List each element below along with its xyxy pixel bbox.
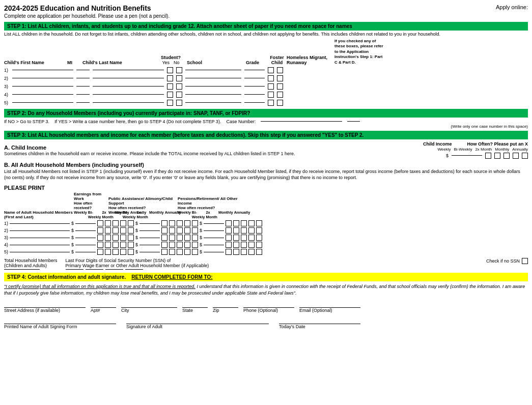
- city-field[interactable]: [121, 301, 177, 308]
- adult4-ew[interactable]: [97, 242, 103, 248]
- adult3-earn[interactable]: [75, 238, 96, 238]
- adult1-pen[interactable]: [204, 223, 224, 224]
- total-members-field[interactable]: [4, 269, 40, 270]
- child5-foster[interactable]: [268, 100, 274, 106]
- adult5-pa[interactable]: [192, 249, 198, 255]
- adult3-pw[interactable]: [161, 235, 167, 241]
- adult3-name[interactable]: [10, 238, 70, 238]
- child5-homeless[interactable]: [277, 100, 283, 106]
- child1-no[interactable]: [176, 67, 182, 73]
- adult2-e2x[interactable]: [113, 227, 119, 234]
- adult5-penw[interactable]: [226, 249, 232, 255]
- printed-name-field[interactable]: [4, 317, 116, 324]
- adult5-pen[interactable]: [204, 252, 224, 252]
- adult2-pen2x[interactable]: [241, 227, 247, 234]
- child2-yes[interactable]: [167, 75, 173, 81]
- adult3-em[interactable]: [120, 235, 126, 241]
- adult3-p2x[interactable]: [177, 235, 183, 241]
- adult1-ew[interactable]: [97, 220, 103, 226]
- date-field[interactable]: [279, 317, 360, 324]
- ssn-field4[interactable]: [125, 269, 143, 270]
- adult2-penw[interactable]: [226, 227, 232, 234]
- adult5-e2x[interactable]: [113, 249, 119, 255]
- adult2-pen[interactable]: [204, 230, 224, 231]
- adult4-pm[interactable]: [184, 242, 190, 248]
- adult2-pm[interactable]: [184, 227, 190, 234]
- adult2-em[interactable]: [120, 227, 126, 234]
- child-freq-biweekly[interactable]: [494, 153, 500, 159]
- adult5-pw[interactable]: [161, 249, 167, 255]
- adult2-p2x[interactable]: [177, 227, 183, 234]
- adult3-ea[interactable]: [128, 235, 134, 241]
- adult5-ebw[interactable]: [105, 249, 111, 255]
- child3-foster[interactable]: [268, 83, 274, 90]
- adult5-pen2x[interactable]: [241, 249, 247, 255]
- adult3-pbw[interactable]: [169, 235, 175, 241]
- adult5-ew[interactable]: [97, 249, 103, 255]
- adult4-earn[interactable]: [75, 245, 96, 245]
- child2-no[interactable]: [176, 75, 182, 81]
- adult4-penbw[interactable]: [233, 242, 239, 248]
- adult1-pena[interactable]: [256, 220, 262, 226]
- adult1-pbw[interactable]: [169, 220, 175, 226]
- adult4-pa[interactable]: [192, 242, 198, 248]
- adult3-pena[interactable]: [256, 235, 262, 241]
- adult3-ebw[interactable]: [105, 235, 111, 241]
- child1-homeless[interactable]: [277, 67, 283, 73]
- adult5-pub[interactable]: [139, 252, 160, 252]
- adult5-pm[interactable]: [184, 249, 190, 255]
- adult2-penm[interactable]: [248, 227, 255, 234]
- child-freq-annually[interactable]: [522, 153, 528, 159]
- adult2-name[interactable]: [10, 230, 70, 231]
- child-freq-2xmonth[interactable]: [503, 153, 510, 159]
- adult2-pa[interactable]: [192, 227, 198, 234]
- case-number-field[interactable]: [261, 121, 342, 122]
- adult4-pen2x[interactable]: [241, 242, 247, 248]
- ssn-field2[interactable]: [86, 269, 103, 270]
- child4-homeless[interactable]: [277, 92, 283, 98]
- adult1-penbw[interactable]: [233, 220, 239, 226]
- child5-no[interactable]: [176, 100, 182, 106]
- adult5-penbw[interactable]: [233, 249, 239, 255]
- adult1-pm[interactable]: [184, 220, 190, 226]
- adult4-penw[interactable]: [226, 242, 232, 248]
- adult4-pw[interactable]: [161, 242, 167, 248]
- adult4-ebw[interactable]: [105, 242, 111, 248]
- adult5-pbw[interactable]: [169, 249, 175, 255]
- adult4-p2x[interactable]: [177, 242, 183, 248]
- ssn-field1[interactable]: [66, 269, 83, 270]
- child1-foster[interactable]: [268, 67, 274, 73]
- adult1-pw[interactable]: [161, 220, 167, 226]
- adult4-pen[interactable]: [204, 245, 224, 245]
- street-field[interactable]: [4, 301, 86, 308]
- adult3-pm[interactable]: [184, 235, 190, 241]
- child4-no[interactable]: [176, 92, 182, 98]
- email-field[interactable]: [299, 301, 360, 308]
- case-number-field2[interactable]: [347, 121, 360, 122]
- child5-yes[interactable]: [167, 100, 173, 106]
- adult3-penbw[interactable]: [233, 235, 239, 241]
- child4-yes[interactable]: [167, 92, 173, 98]
- phone-field[interactable]: [243, 301, 294, 308]
- adult4-ea[interactable]: [128, 242, 134, 248]
- child2-foster[interactable]: [268, 75, 274, 81]
- adult5-penm[interactable]: [248, 249, 255, 255]
- adult3-ew[interactable]: [97, 235, 103, 241]
- child-income-field[interactable]: [452, 155, 482, 156]
- child3-no[interactable]: [176, 83, 182, 90]
- adult4-name[interactable]: [10, 245, 70, 245]
- adult2-ew[interactable]: [97, 227, 103, 234]
- adult5-name[interactable]: [10, 252, 70, 252]
- adult3-penm[interactable]: [248, 235, 255, 241]
- adult2-ebw[interactable]: [105, 227, 111, 234]
- adult3-pen2x[interactable]: [241, 235, 247, 241]
- adult1-name[interactable]: [10, 223, 70, 224]
- adult3-pa[interactable]: [192, 235, 198, 241]
- adult4-pbw[interactable]: [169, 242, 175, 248]
- no-ssn-checkbox[interactable]: [522, 258, 528, 264]
- adult3-pub[interactable]: [139, 238, 160, 238]
- child3-homeless[interactable]: [277, 83, 283, 90]
- state-field[interactable]: [182, 301, 208, 308]
- child-freq-monthly[interactable]: [513, 153, 519, 159]
- adult4-em[interactable]: [120, 242, 126, 248]
